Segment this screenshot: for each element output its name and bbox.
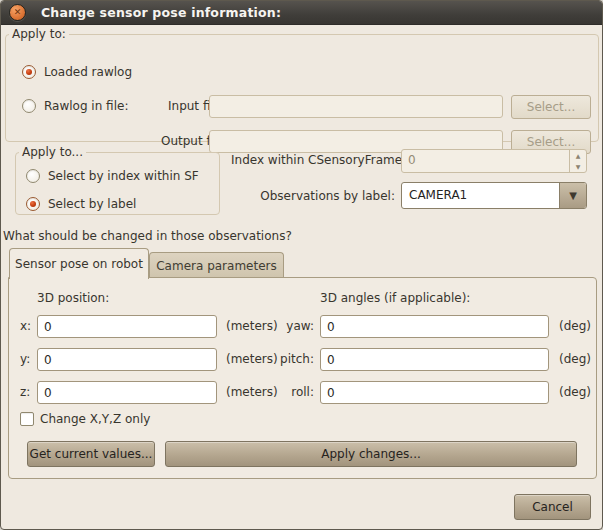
get-current-values-label: Get current values...	[30, 447, 153, 461]
pitch-unit-label: (deg)	[559, 352, 591, 366]
spinner-down-icon[interactable]: ▼	[570, 161, 586, 172]
cancel-button[interactable]: Cancel	[514, 494, 591, 520]
index-spinner[interactable]: 0 ▲ ▼	[401, 149, 587, 173]
tab-camera-parameters-label: Camera parameters	[156, 259, 277, 273]
loaded-rawlog-label[interactable]: Loaded rawlog	[44, 65, 132, 79]
x-field[interactable]	[37, 315, 217, 338]
roll-unit-label: (deg)	[559, 385, 591, 399]
y-label: y:	[20, 352, 30, 366]
selection-mode-frame: Apply to... Select by index within SF Se…	[15, 145, 220, 215]
observations-by-label-label: Observations by label:	[231, 189, 395, 203]
y-field[interactable]	[37, 348, 217, 371]
change-xyz-only-checkbox[interactable]	[20, 412, 34, 426]
select-by-index-label[interactable]: Select by index within SF	[48, 169, 199, 183]
sensor-pose-panel: 3D position: 3D angles (if applicable): …	[8, 277, 597, 479]
roll-label: roll:	[249, 385, 314, 399]
cancel-button-label: Cancel	[532, 500, 573, 514]
close-button[interactable]: ✕	[9, 4, 26, 21]
rawlog-in-file-label[interactable]: Rawlog in file:	[44, 99, 128, 113]
tab-sensor-pose-label: Sensor pose on robot	[15, 257, 143, 271]
input-file-select-label: Select...	[527, 100, 575, 114]
z-label: z:	[20, 385, 30, 399]
yaw-label: yaw:	[249, 319, 314, 333]
input-file-field[interactable]	[209, 95, 503, 118]
get-current-values-button[interactable]: Get current values...	[27, 441, 155, 467]
loaded-rawlog-radio[interactable]	[22, 65, 36, 79]
change-sensor-pose-dialog: ✕ Change sensor pose information: Apply …	[0, 0, 603, 530]
select-by-index-radio[interactable]	[26, 169, 40, 183]
output-file-select-label: Select...	[527, 135, 575, 149]
pitch-label: pitch:	[249, 352, 314, 366]
angles-header: 3D angles (if applicable):	[320, 291, 470, 305]
question-label: What should be changed in those observat…	[3, 229, 292, 243]
window-title: Change sensor pose information:	[41, 5, 281, 20]
chevron-down-icon: ▼	[569, 190, 577, 201]
pitch-field[interactable]	[320, 348, 549, 371]
rawlog-in-file-radio[interactable]	[22, 99, 36, 113]
apply-to-frame-legend: Apply to:	[9, 27, 69, 41]
yaw-unit-label: (deg)	[559, 319, 591, 333]
yaw-field[interactable]	[320, 315, 549, 338]
tab-sensor-pose[interactable]: Sensor pose on robot	[9, 248, 149, 279]
position-header: 3D position:	[37, 291, 109, 305]
change-xyz-only-label[interactable]: Change X,Y,Z only	[40, 412, 150, 426]
spinner-up-icon[interactable]: ▲	[570, 150, 586, 161]
selection-mode-frame-legend: Apply to...	[19, 145, 86, 159]
apply-changes-button[interactable]: Apply changes...	[165, 441, 577, 467]
apply-to-frame: Apply to: Loaded rawlog Rawlog in file: …	[5, 27, 599, 142]
select-by-label-radio[interactable]	[26, 197, 40, 211]
index-within-csf-label: Index within CSensoryFrame	[231, 153, 395, 167]
z-field[interactable]	[37, 381, 217, 404]
tab-camera-parameters[interactable]: Camera parameters	[149, 252, 284, 278]
x-label: x:	[20, 319, 31, 333]
titlebar: ✕ Change sensor pose information:	[1, 1, 602, 25]
roll-field[interactable]	[320, 381, 549, 404]
input-file-select-button[interactable]: Select...	[511, 95, 591, 119]
apply-changes-label: Apply changes...	[321, 447, 421, 461]
select-by-label-label[interactable]: Select by label	[48, 197, 136, 211]
combo-dropdown-button[interactable]: ▼	[559, 183, 586, 208]
index-spinner-value: 0	[402, 150, 569, 172]
observations-combo-value: CAMERA1	[402, 183, 559, 208]
observations-combo[interactable]: CAMERA1 ▼	[401, 182, 587, 209]
close-icon: ✕	[14, 8, 22, 17]
